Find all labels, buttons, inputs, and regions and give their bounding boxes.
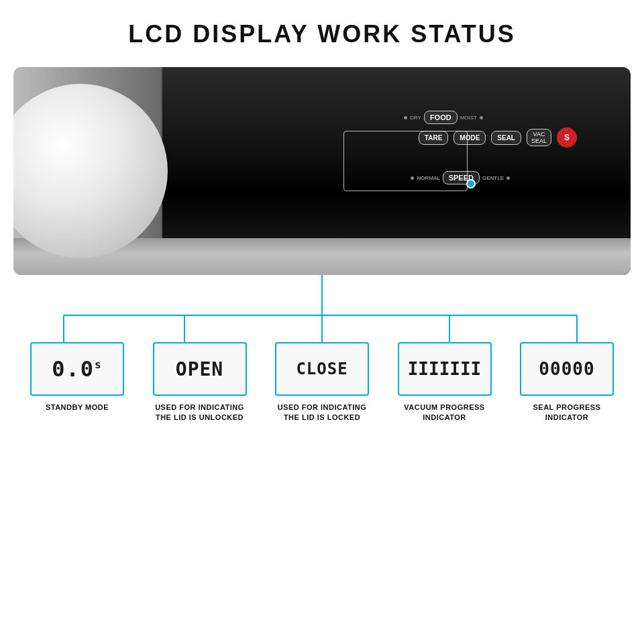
blue-dot-indicator <box>466 179 476 189</box>
device-image: DRY FOOD MOIST TARE MODE SEAL VAC SEAL <box>13 67 631 275</box>
display-vacuum: IIIIIII VACUUM PROGRESSINDICATOR <box>388 342 502 423</box>
lcd-highlight-box <box>343 131 468 191</box>
lcd-text-vacuum: IIIIIII <box>408 359 482 379</box>
lcd-box-open: OPEN <box>153 342 247 396</box>
connector-lines-svg <box>13 275 631 342</box>
dry-dot <box>404 116 407 119</box>
device-body: DRY FOOD MOIST TARE MODE SEAL VAC SEAL <box>13 67 631 275</box>
power-icon: S <box>564 133 570 142</box>
food-area: DRY FOOD MOIST <box>404 111 483 124</box>
gentle-dot <box>506 176 510 180</box>
lcd-text-standby: 0.0s <box>52 356 102 382</box>
display-seal: 00000 SEAL PROGRESSINDICATOR <box>510 342 624 423</box>
dry-label: DRY <box>410 115 421 121</box>
lcd-text-open: OPEN <box>176 358 223 380</box>
seal-progress-label: SEAL PROGRESSINDICATOR <box>533 402 600 423</box>
display-open: OPEN USED FOR INDICATINGTHE LID IS UNLOC… <box>143 342 257 423</box>
power-button[interactable]: S <box>557 127 577 148</box>
seal-button[interactable]: SEAL <box>491 131 521 145</box>
lid-circle <box>13 84 168 258</box>
moist-label: MOIST <box>460 115 477 121</box>
lcd-box-seal: 00000 <box>520 342 614 396</box>
connector-section <box>13 275 631 342</box>
standby-label: STANDBY MODE <box>46 402 109 413</box>
lcd-box-standby: 0.0s <box>30 342 124 396</box>
open-label: USED FOR INDICATINGTHE LID IS UNLOCKED <box>155 402 244 423</box>
food-label-row: DRY FOOD MOIST <box>404 111 483 124</box>
page-title: LCD DISPLAY WORK STATUS <box>128 20 516 48</box>
display-close: CLOSE USED FOR INDICATINGTHE LID IS LOCK… <box>265 342 379 423</box>
lcd-box-close: CLOSE <box>275 342 369 396</box>
gentle-label: GENTLE <box>482 175 504 181</box>
display-standby: 0.0s STANDBY MODE <box>20 342 134 423</box>
lcd-box-vacuum: IIIIIII <box>398 342 492 396</box>
lcd-text-seal: 00000 <box>539 359 594 379</box>
vac-label: VAC <box>533 131 545 138</box>
moist-dot <box>480 116 483 119</box>
close-label: USED FOR INDICATINGTHE LID IS LOCKED <box>278 402 367 423</box>
display-section: 0.0s STANDBY MODE OPEN USED FOR INDICATI… <box>13 342 631 423</box>
vacuum-label: VACUUM PROGRESSINDICATOR <box>404 402 484 423</box>
lcd-text-close: CLOSE <box>296 360 347 378</box>
vac-seal-button[interactable]: VAC SEAL <box>527 129 551 146</box>
seal-label: SEAL <box>531 138 547 144</box>
page-wrapper: LCD DISPLAY WORK STATUS DRY FOOD <box>0 0 644 644</box>
food-button[interactable]: FOOD <box>424 111 458 124</box>
